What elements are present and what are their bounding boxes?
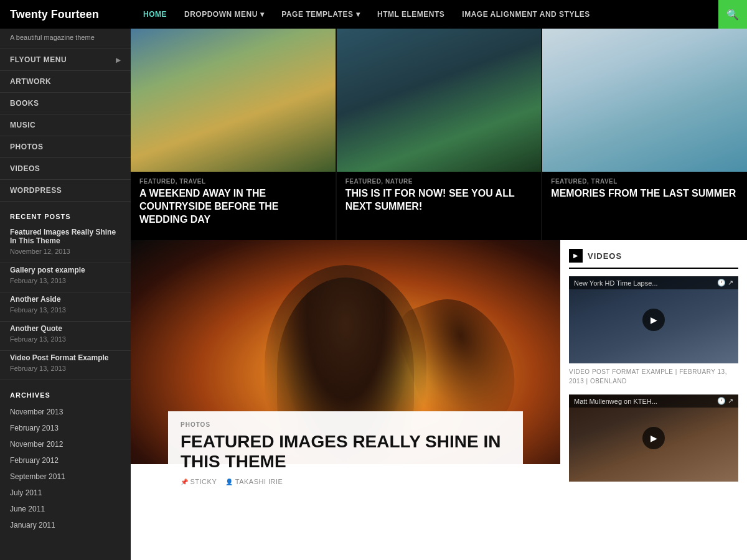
video-meta-0: VIDEO POST FORMAT EXAMPLE | FEBRUARY 13,…: [569, 367, 738, 386]
sidebar-item-photos[interactable]: PHOTOS: [0, 136, 131, 158]
arrow-icon: ▶: [116, 57, 121, 63]
site-title[interactable]: Twenty Fourteen: [10, 8, 122, 21]
archive-jul-2011[interactable]: July 2011: [0, 485, 131, 501]
hero-slide-image-0: [131, 29, 336, 172]
sidebar: A beautiful magazine theme FLYOUT MENU ▶…: [0, 29, 131, 560]
nav-dropdown[interactable]: DROPDOWN MENU ▾: [176, 10, 273, 19]
hero-slide-content-0: FEATURED, TRAVEL A WEEKEND AWAY IN THE C…: [131, 172, 336, 232]
main-nav: HOME DROPDOWN MENU ▾ PAGE TEMPLATES ▾ HT…: [122, 10, 718, 19]
play-icon: ▶: [569, 249, 583, 263]
video-thumb-0[interactable]: New York HD Time Lapse... 🕐 ↗ ▶: [569, 276, 738, 363]
hero-title-1[interactable]: THIS IS IT FOR NOW! SEE YOU ALL NEXT SUM…: [345, 187, 533, 213]
hero-slide-2[interactable]: FEATURED, TRAVEL MEMORIES FROM THE LAST …: [542, 29, 747, 240]
archive-nov-2012[interactable]: November 2012: [0, 436, 131, 452]
header: Twenty Fourteen HOME DROPDOWN MENU ▾ PAG…: [0, 0, 747, 29]
featured-post: PHOTOS FEATURED IMAGES REALLY SHINE IN T…: [131, 240, 560, 494]
hero-slide-0[interactable]: FEATURED, TRAVEL A WEEKEND AWAY IN THE C…: [131, 29, 336, 240]
featured-post-title[interactable]: FEATURED IMAGES REALLY SHINE IN THIS THE…: [181, 432, 510, 472]
hero-tags-1: FEATURED, NATURE: [345, 178, 533, 185]
hero-slider: FEATURED, TRAVEL A WEEKEND AWAY IN THE C…: [131, 29, 747, 240]
right-sidebar: ▶ VIDEOS New York HD Time Lapse... 🕐 ↗ ▶…: [560, 240, 747, 494]
hero-slide-image-1: [337, 29, 542, 172]
video-top-bar-1: Matt Mullenweg on KTEH... 🕐 ↗: [569, 394, 738, 408]
main-content: FEATURED, TRAVEL A WEEKEND AWAY IN THE C…: [131, 29, 747, 560]
sidebar-item-flyout[interactable]: FLYOUT MENU ▶: [0, 49, 131, 71]
chevron-down-icon: ▾: [356, 10, 360, 19]
recent-post-3[interactable]: Another Quote February 13, 2013: [0, 322, 131, 351]
search-icon: 🔍: [726, 9, 739, 21]
sticky-badge: 📌 STICKY: [181, 478, 217, 485]
featured-category: PHOTOS: [181, 421, 510, 428]
layout: A beautiful magazine theme FLYOUT MENU ▶…: [0, 29, 747, 560]
sidebar-item-wordpress[interactable]: WORDPRESS: [0, 180, 131, 202]
recent-posts-title: RECENT POSTS: [0, 202, 131, 225]
recent-post-0[interactable]: Featured Images Really Shine In This The…: [0, 225, 131, 263]
hero-slide-1[interactable]: FEATURED, NATURE THIS IS IT FOR NOW! SEE…: [336, 29, 543, 240]
video-thumb-1[interactable]: Matt Mullenweg on KTEH... 🕐 ↗ ▶: [569, 394, 738, 482]
featured-overlay: PHOTOS FEATURED IMAGES REALLY SHINE IN T…: [168, 411, 523, 494]
hero-slide-content-2: FEATURED, TRAVEL MEMORIES FROM THE LAST …: [542, 172, 747, 207]
pin-icon: 📌: [181, 478, 189, 485]
sidebar-item-books[interactable]: BOOKS: [0, 93, 131, 114]
nav-image-alignment[interactable]: IMAGE ALIGNMENT AND STYLES: [453, 10, 598, 19]
recent-post-1[interactable]: Gallery post example February 13, 2013: [0, 263, 131, 292]
video-play-button-1[interactable]: ▶: [642, 427, 665, 449]
hero-slide-image-2: [542, 29, 747, 172]
search-button[interactable]: 🔍: [718, 0, 747, 29]
nav-home[interactable]: HOME: [134, 10, 176, 19]
archive-sep-2011[interactable]: September 2011: [0, 469, 131, 485]
chevron-down-icon: ▾: [260, 10, 265, 19]
hero-slide-content-1: FEATURED, NATURE THIS IS IT FOR NOW! SEE…: [337, 172, 542, 220]
video-top-bar-0: New York HD Time Lapse... 🕐 ↗: [569, 276, 738, 289]
archive-jun-2011[interactable]: June 2011: [0, 501, 131, 517]
person-icon: 👤: [225, 478, 233, 485]
recent-post-4[interactable]: Video Post Format Example February 13, 2…: [0, 351, 131, 380]
nav-html-elements[interactable]: HTML ELEMENTS: [369, 10, 453, 19]
videos-widget-title: ▶ VIDEOS: [569, 249, 738, 269]
archives-title: ARCHIVES: [0, 380, 131, 404]
hero-tags-2: FEATURED, TRAVEL: [551, 178, 738, 185]
featured-area: PHOTOS FEATURED IMAGES REALLY SHINE IN T…: [131, 240, 747, 494]
archive-nov-2013[interactable]: November 2013: [0, 404, 131, 420]
site-tagline: A beautiful magazine theme: [0, 29, 131, 49]
archive-jan-2011[interactable]: January 2011: [0, 517, 131, 533]
sidebar-item-music[interactable]: MUSIC: [0, 114, 131, 136]
author-meta: 👤 TAKASHI IRIE: [225, 478, 283, 485]
hero-title-2[interactable]: MEMORIES FROM THE LAST SUMMER: [551, 187, 738, 200]
sidebar-item-videos[interactable]: VIDEOS: [0, 158, 131, 180]
featured-meta: 📌 STICKY 👤 TAKASHI IRIE: [181, 478, 510, 485]
archive-feb-2012[interactable]: February 2012: [0, 452, 131, 469]
nav-page-templates[interactable]: PAGE TEMPLATES ▾: [273, 10, 369, 19]
sidebar-item-artwork[interactable]: ARTWORK: [0, 71, 131, 93]
hero-tags-0: FEATURED, TRAVEL: [139, 178, 327, 185]
recent-post-2[interactable]: Another Aside February 13, 2013: [0, 292, 131, 322]
video-play-button-0[interactable]: ▶: [642, 309, 665, 331]
archive-feb-2013[interactable]: February 2013: [0, 420, 131, 436]
hero-title-0[interactable]: A WEEKEND AWAY IN THE COUNTRYSIDE BEFORE…: [139, 187, 327, 226]
